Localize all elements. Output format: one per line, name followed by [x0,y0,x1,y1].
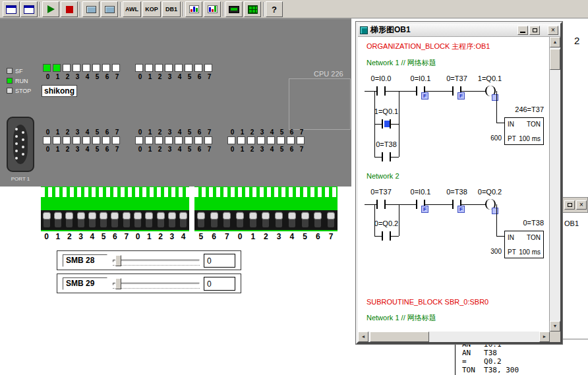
close-button[interactable]: × [548,26,558,35]
background-close-button[interactable]: × [576,200,587,210]
db9-pin [22,146,24,148]
horizontal-scroll-thumb[interactable] [370,332,429,342]
io-led [204,64,212,72]
switch-knob[interactable] [249,212,257,219]
switch-knob[interactable] [111,212,119,219]
device-tag-field[interactable]: shikong [42,85,77,97]
vertical-scroll-thumb[interactable] [550,49,560,70]
smb28-value-field[interactable]: 0 [204,254,235,268]
smb29-label: SMB 29 [63,277,107,290]
input-switch[interactable] [123,212,130,227]
scroll-left-button[interactable]: ◄ [358,332,368,342]
open-project-button[interactable] [20,1,38,17]
trend-chart-button[interactable] [204,1,221,17]
scroll-down-button[interactable]: ▼ [550,321,560,332]
switch-knob[interactable] [236,212,244,219]
play-icon [47,5,55,13]
switch-knob[interactable] [210,212,218,219]
smb29-slider-track[interactable] [113,283,200,285]
download-button[interactable] [82,1,100,17]
switch-knob[interactable] [65,212,73,219]
stop-button[interactable] [61,1,78,17]
input-switch[interactable] [55,212,61,227]
input-switch[interactable] [276,212,282,227]
run-button[interactable] [42,1,59,17]
restore-button[interactable] [529,26,540,35]
switch-knob[interactable] [179,212,187,219]
scroll-up-button[interactable]: ▲ [550,37,560,47]
scroll-right-button[interactable]: ► [539,332,550,342]
input-switch[interactable] [328,212,334,227]
led-digit-row: 01234567 [135,129,214,136]
terminal-pins [41,187,189,197]
switch-knob[interactable] [301,212,309,219]
input-switch[interactable] [146,212,152,227]
switch-knob[interactable] [145,212,153,219]
switch-knob[interactable] [100,212,107,219]
input-switch[interactable] [169,212,175,227]
network2-label: Network 2 [367,172,399,180]
input-switch[interactable] [89,212,96,227]
smb29-slider-thumb[interactable] [115,278,121,289]
db1-view-button[interactable]: DB1 [162,1,181,17]
background-restore-button[interactable] [564,200,575,210]
input-switch[interactable] [134,212,141,227]
network-button[interactable] [244,1,261,17]
switch-knob[interactable] [168,212,176,219]
energized-contact-fill [384,121,390,127]
switch-knob[interactable] [134,212,142,219]
input-switch[interactable] [180,212,187,227]
input-switch[interactable] [314,212,321,227]
input-switch[interactable] [66,212,73,227]
ladder-editor-area: ORGANIZATION_BLOCK 主程序:OB1 Network 1 // … [358,37,550,332]
digit-label: 5 [92,73,102,80]
smb28-slider-track[interactable] [113,260,200,262]
input-switch[interactable] [100,212,107,227]
switch-knob[interactable] [327,212,335,219]
new-project-button[interactable] [3,1,20,17]
input-switch[interactable] [289,212,295,227]
minimize-button[interactable] [517,26,528,35]
input-switch[interactable] [158,212,164,227]
smb29-value-field[interactable]: 0 [204,277,235,291]
switch-knob[interactable] [223,212,231,219]
input-switch[interactable] [211,212,218,227]
switch-knob[interactable] [262,212,270,219]
input-switch[interactable] [262,212,269,227]
input-switch[interactable] [237,212,243,227]
db9-port-connector [7,117,34,172]
switch-knob[interactable] [288,212,296,219]
input-switch[interactable] [78,212,84,227]
digit-label: 2 [63,146,73,153]
switch-knob[interactable] [54,212,62,219]
switch-knob[interactable] [157,212,165,219]
awl-view-button[interactable]: AWL [123,1,141,17]
smb28-slider-thumb[interactable] [115,255,121,266]
input-switch[interactable] [44,212,50,227]
digit-label: 7 [297,129,307,136]
input-switch[interactable] [250,212,256,227]
digit-label: 5 [92,129,102,136]
window-title: 梯形图OB1 [370,24,411,36]
switch-knob[interactable] [275,212,283,219]
vertical-scrollbar[interactable]: ▲ ▼ [550,37,560,332]
input-switch[interactable] [111,212,118,227]
status-chart-button[interactable] [185,1,202,17]
switch-knob[interactable] [314,212,322,219]
switch-knob[interactable] [77,212,85,219]
input-switch[interactable] [302,212,309,227]
td200-button[interactable] [225,1,243,17]
switch-knob[interactable] [88,212,96,219]
switch-knob[interactable] [43,212,51,219]
horizontal-scrollbar[interactable]: ◄ ► [358,332,550,342]
window-titlebar[interactable]: 梯形图OB1 × [358,24,560,37]
io-led [155,64,163,72]
switch-knob[interactable] [197,212,205,219]
switch-knob[interactable] [123,212,131,219]
input-switch[interactable] [198,212,204,227]
upload-button[interactable] [101,1,118,17]
kop-view-button[interactable]: KOP [142,1,161,17]
digit-label: 1 [145,73,155,80]
input-switch[interactable] [223,212,230,227]
help-button[interactable]: ? [266,1,283,17]
